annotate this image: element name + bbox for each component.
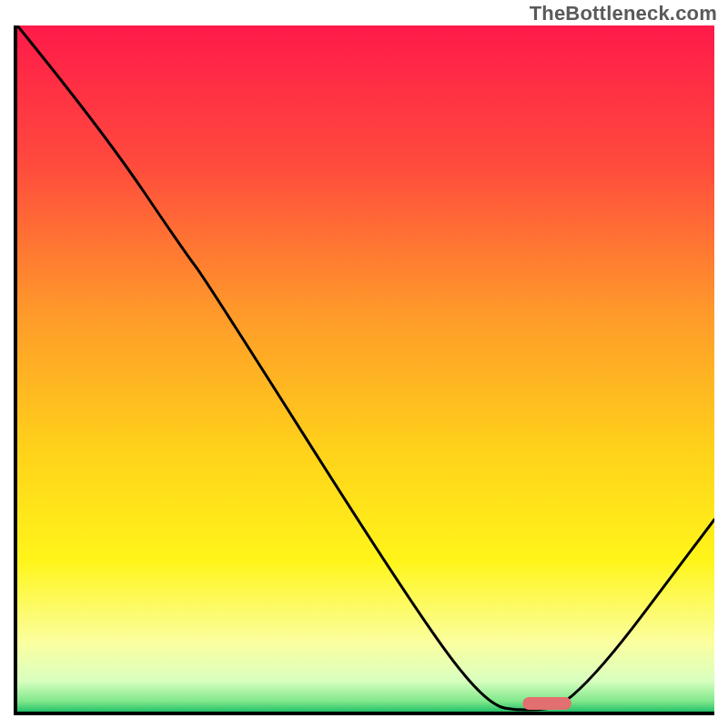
optimal-marker <box>522 697 571 710</box>
bottleneck-curve <box>17 25 714 710</box>
chart-lines <box>17 25 714 712</box>
plot-area <box>17 25 714 712</box>
chart-container: TheBottleneck.com <box>0 0 728 728</box>
watermark-text: TheBottleneck.com <box>530 2 717 25</box>
plot-frame <box>14 25 714 715</box>
